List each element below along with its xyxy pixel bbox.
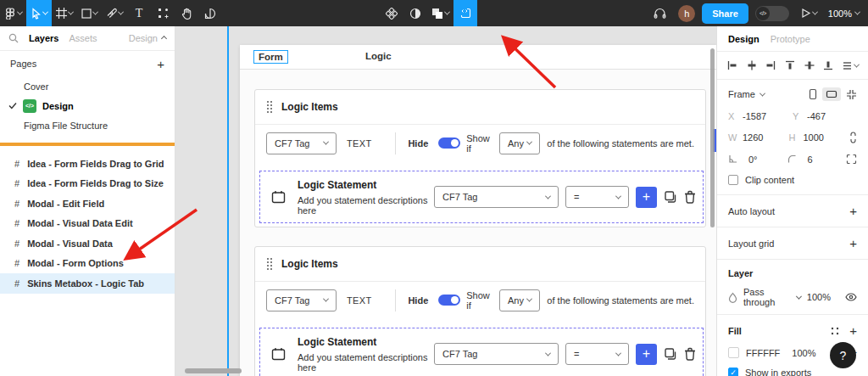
share-button[interactable]: Share <box>702 3 748 24</box>
main-menu-button[interactable] <box>0 0 26 26</box>
search-icon[interactable] <box>8 33 19 43</box>
design-frame[interactable]: Form Logic Logic Items CF7 Tag TEXT Hide… <box>240 45 716 376</box>
boolean-groups-button[interactable] <box>427 0 453 26</box>
fill-hex-field[interactable]: FFFFFF <box>746 348 780 358</box>
pages-header[interactable]: Pages + <box>0 51 175 76</box>
trash-icon[interactable] <box>684 347 696 361</box>
rotation-field[interactable]: 0° <box>728 154 787 165</box>
frame-tool-button[interactable] <box>52 0 77 26</box>
actions-tool-button[interactable] <box>151 0 175 26</box>
field-select[interactable]: CF7 Tag <box>266 132 337 154</box>
statement-operator-select[interactable]: = <box>565 186 629 208</box>
text-tool-button[interactable]: T <box>127 0 151 26</box>
tab-logic[interactable]: Logic <box>365 51 392 61</box>
comment-tool-button[interactable] <box>198 0 222 26</box>
plugin-tool-button[interactable] <box>453 0 477 26</box>
trash-icon[interactable] <box>684 190 696 204</box>
duplicate-icon[interactable] <box>664 347 677 361</box>
corner-radius-field[interactable]: 6 <box>787 154 847 165</box>
tab-assets[interactable]: Assets <box>69 33 97 43</box>
align-bottom-icon[interactable] <box>822 59 834 71</box>
layer-item[interactable]: #Modal - Edit Field <box>0 194 175 214</box>
layer-item[interactable]: #Idea - Form Fields Drag to Grid <box>0 154 175 174</box>
align-vertical-center-icon[interactable] <box>804 59 815 71</box>
add-statement-button[interactable]: + <box>636 187 657 208</box>
clip-content-checkbox[interactable]: Clip content <box>728 175 857 185</box>
audio-call-button[interactable] <box>648 0 671 26</box>
page-item-figma-file-structure[interactable]: Figma File Structure <box>0 115 175 135</box>
height-field[interactable]: H1000 <box>789 132 850 143</box>
statement-tag-select[interactable]: CF7 Tag <box>434 186 559 208</box>
y-position-field[interactable]: Y-467 <box>793 111 857 121</box>
component-tool-button[interactable] <box>380 0 403 26</box>
independent-corners-icon[interactable] <box>846 154 857 165</box>
add-auto-layout-button[interactable]: + <box>849 204 857 218</box>
align-left-icon[interactable] <box>726 59 738 71</box>
layer-item[interactable]: #Idea - Form Fields Drag to Size <box>0 174 175 194</box>
eye-icon[interactable] <box>845 293 857 301</box>
layer-item[interactable]: #Modal - Form Options <box>0 254 175 274</box>
layer-item[interactable]: #Modal - Visual Data Edit <box>0 214 175 234</box>
fill-opacity-field[interactable]: 100% <box>792 348 815 358</box>
vertical-scrollbar[interactable] <box>710 48 715 227</box>
dev-mode-toggle[interactable]: </> <box>755 6 789 21</box>
frame-type-dropdown[interactable]: Frame <box>728 89 765 99</box>
blend-mode-dropdown[interactable]: Pass through <box>743 287 801 307</box>
portrait-icon[interactable] <box>809 88 817 100</box>
tab-layers[interactable]: Layers <box>29 33 58 43</box>
card-header: Logic Items <box>255 90 705 125</box>
drag-handle-icon[interactable] <box>267 101 273 114</box>
landscape-icon[interactable] <box>822 87 841 101</box>
match-select-value: Any <box>508 295 524 306</box>
match-select[interactable]: Any <box>499 289 540 311</box>
add-page-button[interactable]: + <box>157 57 164 71</box>
align-right-icon[interactable] <box>765 59 776 71</box>
resize-to-fit-icon[interactable] <box>846 89 857 100</box>
shape-tool-button[interactable] <box>77 0 102 26</box>
layer-opacity-field[interactable]: 100% <box>807 292 831 302</box>
match-select[interactable]: Any <box>499 132 540 154</box>
fill-color-swatch[interactable] <box>728 347 739 358</box>
pen-tool-button[interactable] <box>102 0 127 26</box>
present-button[interactable] <box>796 0 821 26</box>
add-fill-button[interactable]: + <box>849 323 857 338</box>
page-item-design[interactable]: </> Design <box>0 96 175 115</box>
horizontal-scrollbar[interactable] <box>185 368 242 373</box>
statement-operator-select[interactable]: = <box>565 343 629 365</box>
page-item-cover[interactable]: Cover <box>0 76 175 96</box>
logic-statement-row[interactable]: Logic Statement Add you statement descri… <box>259 171 704 223</box>
distribute-menu-icon[interactable] <box>842 60 859 71</box>
tab-prototype[interactable]: Prototype <box>771 34 810 44</box>
duplicate-icon[interactable] <box>664 190 677 204</box>
field-select[interactable]: CF7 Tag <box>266 289 337 311</box>
layer-item[interactable]: #Modal - Visual Data <box>0 233 175 254</box>
statement-actions: CF7 Tag = + <box>434 343 696 365</box>
layout-grid-section: Layout grid + <box>717 227 868 259</box>
constrain-proportions-icon[interactable] <box>849 132 857 143</box>
show-hide-toggle[interactable] <box>438 137 460 149</box>
drag-handle-icon[interactable] <box>267 258 273 271</box>
logic-items-card: Logic Items CF7 Tag TEXT Hide Show if An… <box>254 246 706 376</box>
help-button[interactable]: ? <box>830 342 856 368</box>
width-field[interactable]: W1260 <box>728 132 789 143</box>
tab-form-selected[interactable]: Form <box>253 50 288 64</box>
align-top-icon[interactable] <box>784 59 796 71</box>
mask-tool-button[interactable] <box>403 0 427 26</box>
show-hide-toggle[interactable] <box>438 295 460 306</box>
layer-item-selected[interactable]: #Skins Metabox - Logic Tab <box>0 273 175 294</box>
tab-design[interactable]: Design <box>728 34 760 44</box>
canvas[interactable]: Form Logic Logic Items CF7 Tag TEXT Hide… <box>175 26 716 376</box>
show-in-exports-checkbox[interactable]: ✓ Show in exports <box>728 368 857 376</box>
logic-statement-row[interactable]: Logic Statement Add you statement descri… <box>259 328 704 376</box>
add-statement-button[interactable]: + <box>636 344 657 365</box>
align-horizontal-center-icon[interactable] <box>746 59 758 71</box>
move-tool-button[interactable] <box>26 0 52 26</box>
add-layout-grid-button[interactable]: + <box>849 236 857 250</box>
avatar[interactable]: h <box>678 5 695 22</box>
editor-mode-dropdown[interactable]: Design <box>129 33 166 43</box>
zoom-menu[interactable]: 100% <box>828 8 860 19</box>
hand-tool-button[interactable] <box>175 0 198 26</box>
x-position-field[interactable]: X-1587 <box>728 111 793 121</box>
styles-icon[interactable] <box>831 327 839 335</box>
statement-tag-select[interactable]: CF7 Tag <box>434 343 559 365</box>
